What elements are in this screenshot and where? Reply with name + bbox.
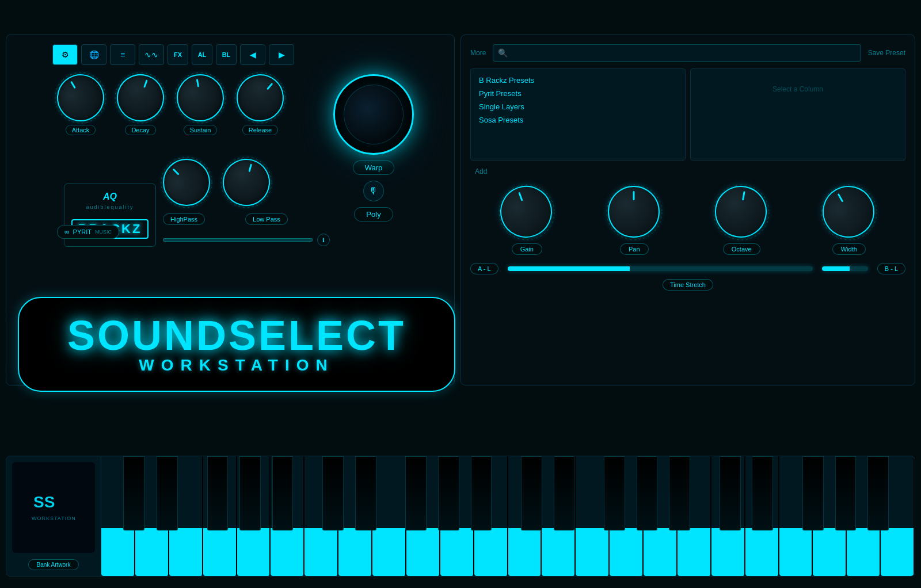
preset-list-col1: B Rackz Presets Pyrit Presets Single Lay… <box>470 68 686 161</box>
filter-knob2-container <box>223 159 270 206</box>
list-button[interactable]: ≡ <box>110 44 135 65</box>
prev-button[interactable]: ◀ <box>240 44 265 65</box>
soundselect-logo: SOUNDSELECT WORKSTATION <box>18 297 455 392</box>
svg-text:WORKSTATION: WORKSTATION <box>32 516 76 521</box>
left-panel: ⚙ 🌐 ≡ ∿∿ FX AL BL ◀ ▶ Attack <box>6 35 455 385</box>
select-column-text: Select a Column <box>695 74 900 105</box>
more-button[interactable]: More <box>470 49 486 57</box>
gain-group: Gain <box>500 186 553 255</box>
black-key-10[interactable] <box>471 456 492 530</box>
bank-artwork-button[interactable]: Bank Artwork <box>28 559 79 570</box>
svg-text:SS: SS <box>33 493 55 511</box>
partner-1-sublabel: MUSIC <box>95 229 112 235</box>
black-key-13[interactable] <box>604 456 625 530</box>
octave-group: Octave <box>715 186 768 255</box>
mic-button[interactable]: 🎙 <box>363 181 384 201</box>
filter-labels: HighPass Low Pass <box>163 213 288 225</box>
width-knob-container <box>823 186 876 239</box>
black-key-4[interactable] <box>239 456 261 530</box>
al-label: A - L <box>470 263 498 274</box>
ss-logo-svg: SS WORKSTATION <box>31 490 77 525</box>
preset-pyrit[interactable]: Pyrit Presets <box>475 87 680 100</box>
preset-list-col2: Select a Column <box>690 68 905 161</box>
sustain-group: Sustain <box>177 74 224 135</box>
preset-toolbar: More 🔍 Save Preset <box>470 44 905 62</box>
white-key-9[interactable] <box>372 456 406 576</box>
warp-button[interactable]: Warp <box>353 161 395 175</box>
bank-logo: SS WORKSTATION <box>12 462 95 553</box>
pan-knob[interactable] <box>608 186 660 238</box>
attack-knob[interactable] <box>48 66 113 130</box>
partner-1-label: PYRIT <box>73 228 92 235</box>
partner-btn-1[interactable]: ∞ PYRIT MUSIC <box>57 225 119 239</box>
infinity-icon: ∞ <box>64 228 70 236</box>
bl-button[interactable]: BL <box>216 44 237 65</box>
highpass-label: HighPass <box>163 213 205 225</box>
filter-knob1-container <box>163 159 210 206</box>
black-key-18[interactable] <box>802 456 824 530</box>
pan-group: Pan <box>608 186 661 255</box>
black-key-15[interactable] <box>669 456 690 530</box>
release-knob-container <box>237 74 284 121</box>
al-slider[interactable] <box>508 266 813 271</box>
black-key-12[interactable] <box>554 456 575 530</box>
bl-label: B - L <box>877 263 905 274</box>
add-button[interactable]: Add <box>470 165 905 178</box>
poly-button[interactable]: Poly <box>354 207 393 222</box>
bottom-knobs-section: Gain Pan <box>470 186 905 255</box>
black-key-2[interactable] <box>157 456 178 530</box>
right-panel: More 🔍 Save Preset B Rackz Presets Pyrit… <box>461 35 915 385</box>
preset-sosa[interactable]: Sosa Presets <box>475 113 680 127</box>
black-key-17[interactable] <box>752 456 773 530</box>
toolbar: ⚙ 🌐 ≡ ∿∿ FX AL BL ◀ ▶ <box>52 42 352 67</box>
preset-lists: B Rackz Presets Pyrit Presets Single Lay… <box>470 68 905 161</box>
black-key-20[interactable] <box>867 456 889 530</box>
octave-label: Octave <box>723 243 760 255</box>
filter-slider-container: ℹ <box>163 234 330 246</box>
main-container: ⚙ 🌐 ≡ ∿∿ FX AL BL ◀ ▶ Attack <box>0 0 921 588</box>
width-label: Width <box>832 243 866 255</box>
workstation-text: WORKSTATION <box>139 356 334 375</box>
fx-button[interactable]: FX <box>168 44 188 65</box>
black-key-6[interactable] <box>322 456 344 530</box>
filter-slider[interactable] <box>163 238 313 242</box>
search-input[interactable] <box>512 49 855 57</box>
gain-knob-container <box>500 186 553 239</box>
save-preset-button[interactable]: Save Preset <box>868 49 905 57</box>
main-knob-inner <box>344 85 404 144</box>
br-knobs-row: Gain Pan <box>470 186 905 255</box>
info-button[interactable]: ℹ <box>317 234 330 246</box>
black-key-19[interactable] <box>835 456 857 530</box>
waveform-button[interactable]: ∿∿ <box>139 44 164 65</box>
gain-label: Gain <box>512 243 542 255</box>
bank-artwork-section: SS WORKSTATION Bank Artwork <box>6 456 101 576</box>
main-knob[interactable] <box>333 74 414 155</box>
al-button[interactable]: AL <box>192 44 212 65</box>
black-key-3[interactable] <box>207 456 229 530</box>
octave-knob-container <box>715 186 768 239</box>
search-box: 🔍 <box>493 44 861 62</box>
preset-single-layers[interactable]: Single Layers <box>475 100 680 113</box>
sustain-knob-container <box>177 74 224 121</box>
pan-knob-container <box>608 186 661 239</box>
black-key-8[interactable] <box>405 456 427 530</box>
piano-keys-container: .bk { position:absolute; width:2.6%; hei… <box>101 456 915 576</box>
black-key-14[interactable] <box>637 456 658 530</box>
black-key-16[interactable] <box>720 456 741 530</box>
attack-knob-container <box>57 74 104 121</box>
black-key-1[interactable] <box>123 456 144 530</box>
soundselect-text: SOUNDSELECT <box>67 315 406 356</box>
black-key-11[interactable] <box>521 456 542 530</box>
main-knob-section: Warp 🎙 Poly <box>333 74 414 222</box>
time-stretch-section: A - L B - L Time Stretch <box>470 263 905 291</box>
preset-b-rackz[interactable]: B Rackz Presets <box>475 74 680 87</box>
next-button[interactable]: ▶ <box>269 44 294 65</box>
envelope-knobs: Attack Decay <box>57 74 284 135</box>
black-key-5[interactable] <box>272 456 294 530</box>
piano-area: SS WORKSTATION Bank Artwork <box>6 456 915 576</box>
width-group: Width <box>823 186 876 255</box>
black-key-9[interactable] <box>438 456 459 530</box>
ts-secondary-slider[interactable] <box>822 266 868 271</box>
black-key-7[interactable] <box>355 456 376 530</box>
pan-label: Pan <box>620 243 649 255</box>
